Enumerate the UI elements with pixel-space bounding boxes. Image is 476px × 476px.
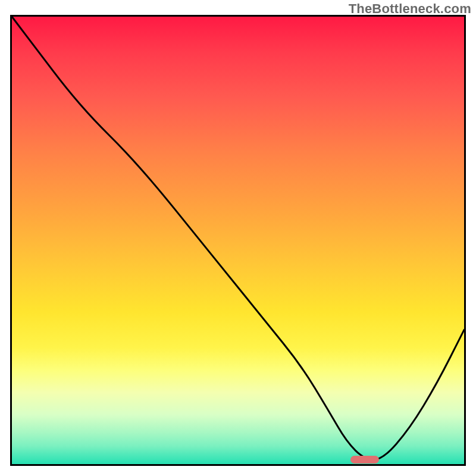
watermark-text: TheBottleneck.com [349,1,471,17]
bottleneck-curve [12,17,464,464]
bottleneck-chart: TheBottleneck.com [0,0,476,476]
optimal-marker [350,456,379,464]
plot-area [10,15,466,466]
